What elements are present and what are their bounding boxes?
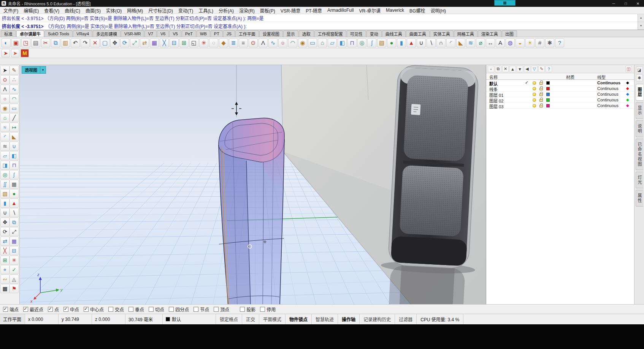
toolbar-tab[interactable]: 实体工具 [430,30,454,37]
toolbar-tab[interactable]: PeT [182,30,196,37]
rectangle-icon[interactable]: ▭ [10,104,19,113]
explode-icon[interactable]: ✳ [10,256,19,265]
toolbar-tab[interactable]: 网格工具 [454,30,477,37]
viewport-canvas[interactable]: z y x [20,65,486,304]
boolean-union-icon[interactable]: ∪ [417,38,426,47]
menu-item[interactable]: 分析(A) [216,7,236,14]
save-icon[interactable]: ▣ [11,38,21,47]
osnap-checkbox[interactable] [149,307,154,312]
osnap-toggle[interactable]: 四分点 [169,306,189,313]
select-pointer-icon[interactable]: ➤ [0,66,10,75]
toolbar-tab[interactable]: 多边形建模 [93,30,121,37]
split-icon[interactable]: ⊟ [10,246,19,255]
toolbar-tab[interactable]: 工作平面 [235,30,259,37]
panel-tab[interactable]: 属性 [636,190,643,207]
cplane-selector[interactable]: 工作平面 [0,314,25,324]
layer-material-cell[interactable] [566,103,589,108]
lasso-select-icon[interactable]: ✎ [10,66,19,75]
layer-row[interactable]: 图层 03 ✓ Continuous [486,103,634,109]
cylinder-icon[interactable]: ▮ [397,38,406,47]
trim-icon[interactable]: ╳ [160,38,169,47]
chamfer-icon[interactable]: ◣ [456,38,465,47]
layer-linetype[interactable]: Continuous [597,103,619,108]
layer-row[interactable]: 线条 ✓ Continuous [486,86,634,92]
curvature-icon[interactable]: ∾ [0,275,10,284]
layer-color-swatch[interactable] [546,87,550,90]
split-icon[interactable]: ⊟ [170,38,179,47]
osnap-toggle[interactable]: 最近点 [23,306,43,313]
revolve-icon[interactable]: ◎ [0,170,10,179]
osnap-checkbox[interactable] [84,307,89,312]
toolbar-tab[interactable]: JS [223,30,235,37]
toolbar-tab[interactable]: 可见性 [347,30,366,37]
osnap-toggle[interactable]: 垂点 [128,306,144,313]
options-icon[interactable]: ✱ [545,38,554,47]
layer-linetype[interactable]: Continuous [597,92,619,96]
osnap-toggle[interactable]: 停用 [260,306,276,313]
toolbar-tab[interactable]: 曲面工具 [406,30,430,37]
status-toggle[interactable]: 平面模式 [259,314,286,324]
osnap-toggle[interactable]: 顶点 [214,306,229,313]
viewport-title-tab[interactable]: 透视图 ▼ [22,66,46,74]
osnap-toggle[interactable]: 端点 [3,306,19,313]
box-icon[interactable]: ▧ [0,189,10,198]
osnap-checkbox[interactable] [214,307,219,312]
layer-print-color-icon[interactable] [626,98,629,102]
toolbar-tab[interactable]: 工作视窗配置 [314,30,346,37]
toolbar-tab[interactable]: 出图 [502,30,517,37]
vsr-pointer-alt-icon[interactable]: ➤ [11,49,19,57]
move-down-icon[interactable]: ▼ [517,66,523,72]
column-linetype[interactable]: 线型 [597,74,606,80]
delete-layer-icon[interactable]: ✕ [502,66,509,72]
layer-lock-icon[interactable] [539,93,543,96]
osnap-toggle[interactable]: 切点 [149,306,164,313]
lock-icon[interactable]: ◆ [219,38,228,47]
polygon-icon[interactable]: ⌂ [0,113,10,122]
status-toggle[interactable]: 物件锁点 [286,314,312,324]
offset-icon[interactable]: ≋ [466,38,475,47]
sun-icon[interactable]: ☀ [525,38,535,47]
curve-icon[interactable]: ∿ [268,38,278,47]
cplane-view-icon[interactable]: ◐ [2,38,11,47]
osnap-checkbox[interactable] [194,307,198,312]
osnap-toggle[interactable]: 点 [48,306,59,313]
viewport-menu-arrow-icon[interactable]: ▼ [40,66,46,74]
object-snap-icon[interactable]: ⌖ [0,265,10,274]
panel-tab[interactable]: 图层 [636,84,643,101]
column-name[interactable]: 名称 [489,74,498,80]
toolbar-tab[interactable]: 标准 [1,30,16,37]
material-icon[interactable]: ◒ [516,38,525,47]
osnap-checkbox[interactable] [3,307,8,312]
minimize-button[interactable]: ─ [608,0,620,7]
scroll-down-icon[interactable] [638,22,644,30]
hatch-icon[interactable]: ▩ [0,284,10,293]
redo-icon[interactable]: ↷ [81,38,90,47]
boolean-union-icon[interactable]: ∪ [0,208,10,217]
osnap-checkbox[interactable] [169,307,174,312]
command-scrollbar[interactable] [638,14,644,30]
layer-material-cell[interactable] [566,81,589,85]
arc-icon[interactable]: ◠ [10,94,19,103]
layer-linetype[interactable]: Continuous [597,98,619,102]
properties-icon[interactable]: ≡ [239,38,248,47]
layer-material-cell[interactable] [566,86,589,91]
menu-item[interactable]: 变动(T) [176,7,196,14]
toolbar-tab[interactable]: 设置视图 [259,30,283,37]
osnap-checkbox[interactable] [260,307,265,312]
cone-icon[interactable]: ▲ [10,199,19,208]
line-icon[interactable]: ╱ [10,113,19,122]
help-icon[interactable]: ? [555,38,564,47]
box-icon[interactable]: ▧ [377,38,386,47]
copy-icon[interactable]: ⧉ [51,38,60,47]
osnap-checkbox[interactable] [108,307,113,312]
sweep2-icon[interactable]: ∬ [0,180,10,189]
menu-item[interactable]: 曲面(S) [83,7,103,14]
layer-print-color-icon[interactable] [626,86,629,90]
analyze-icon[interactable]: ⌀ [476,38,485,47]
osnap-toggle[interactable]: 交点 [108,306,124,313]
toolbar-tab[interactable]: VRay4 [73,30,92,37]
toolbar-tab[interactable]: 变动 [366,30,382,37]
layer-visibility-icon[interactable] [533,81,536,85]
layer-lock-icon[interactable] [539,99,543,102]
array-icon[interactable]: ▦ [10,237,19,246]
